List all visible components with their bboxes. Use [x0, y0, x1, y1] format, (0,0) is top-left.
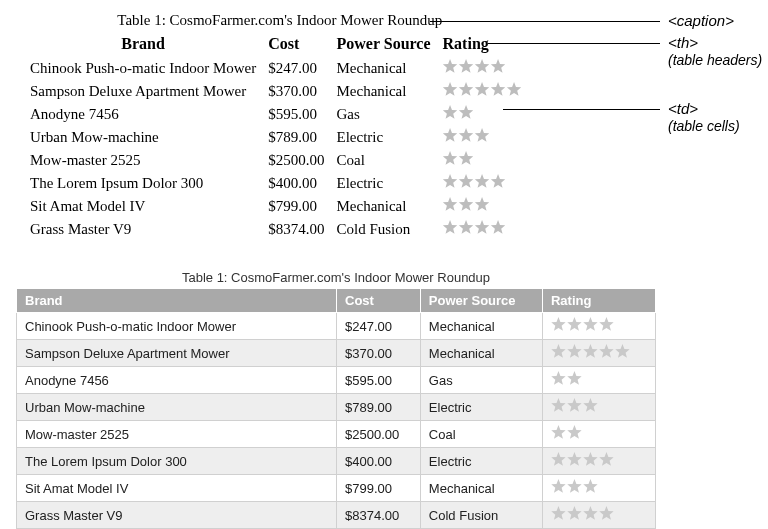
rating-stars: [551, 371, 582, 386]
cell-brand: The Lorem Ipsum Dolor 300: [28, 172, 266, 195]
cell-cost: $2500.00: [266, 149, 334, 172]
cell-brand: Anodyne 7456: [17, 367, 337, 394]
cell-cost: $8374.00: [266, 218, 334, 241]
table-row: Anodyne 7456$595.00Gas: [28, 103, 532, 126]
cell-cost: $400.00: [337, 448, 421, 475]
table-row: Sampson Deluxe Apartment Mower$370.00Mec…: [28, 80, 532, 103]
star-icon: [475, 59, 490, 74]
star-icon: [567, 344, 582, 359]
cell-power: Mechanical: [334, 57, 440, 80]
star-icon: [459, 105, 474, 120]
table-row: Chinook Push-o-matic Indoor Mower$247.00…: [17, 313, 656, 340]
cell-brand: Urban Mow-machine: [17, 394, 337, 421]
star-icon: [459, 197, 474, 212]
rating-stars: [443, 82, 522, 97]
cell-cost: $247.00: [337, 313, 421, 340]
styled-table: Table 1: CosmoFarmer.com's Indoor Mower …: [16, 267, 656, 529]
star-icon: [475, 128, 490, 143]
th-rating: Rating: [441, 33, 532, 57]
star-icon: [583, 452, 598, 467]
table-row: Urban Mow-machine$789.00Electric: [17, 394, 656, 421]
cell-rating: [441, 149, 532, 172]
cell-brand: Sampson Deluxe Apartment Mower: [17, 340, 337, 367]
table-row: The Lorem Ipsum Dolor 300$400.00Electric: [17, 448, 656, 475]
cell-brand: Mow-master 2525: [28, 149, 266, 172]
leader-td: [503, 109, 660, 110]
star-icon: [459, 220, 474, 235]
star-icon: [443, 105, 458, 120]
cell-cost: $370.00: [337, 340, 421, 367]
cell-power: Cold Fusion: [334, 218, 440, 241]
cell-cost: $247.00: [266, 57, 334, 80]
table-row: Anodyne 7456$595.00Gas: [17, 367, 656, 394]
cell-power: Electric: [334, 172, 440, 195]
rating-stars: [551, 398, 598, 413]
cell-rating: [441, 172, 532, 195]
cell-rating: [542, 502, 655, 529]
star-icon: [551, 425, 566, 440]
star-icon: [551, 479, 566, 494]
rating-stars: [443, 197, 490, 212]
star-icon: [459, 82, 474, 97]
star-icon: [567, 398, 582, 413]
annot-td-sub: (table cells): [668, 118, 740, 134]
star-icon: [507, 82, 522, 97]
star-icon: [443, 220, 458, 235]
star-icon: [443, 82, 458, 97]
rating-stars: [551, 506, 614, 521]
cell-power: Gas: [334, 103, 440, 126]
cell-cost: $799.00: [337, 475, 421, 502]
annot-caption-text: <caption>: [668, 12, 734, 29]
annot-td-text: <td>: [668, 100, 698, 117]
star-icon: [583, 398, 598, 413]
leader-th: [488, 43, 660, 44]
rating-stars: [443, 128, 490, 143]
cell-brand: Sit Amat Model IV: [17, 475, 337, 502]
annot-th-sub: (table headers): [668, 52, 762, 68]
annot-th-text: <th>: [668, 34, 698, 51]
cell-cost: $370.00: [266, 80, 334, 103]
star-icon: [459, 59, 474, 74]
cell-rating: [542, 367, 655, 394]
cell-cost: $400.00: [266, 172, 334, 195]
cell-brand: Grass Master V9: [17, 502, 337, 529]
rating-stars: [443, 59, 506, 74]
th-brand: Brand: [28, 33, 266, 57]
leader-caption: [430, 21, 660, 22]
styled-th-brand: Brand: [17, 289, 337, 313]
star-icon: [443, 59, 458, 74]
star-icon: [551, 452, 566, 467]
cell-cost: $789.00: [266, 126, 334, 149]
star-icon: [551, 317, 566, 332]
cell-power: Coal: [334, 149, 440, 172]
cell-cost: $595.00: [337, 367, 421, 394]
cell-rating: [542, 340, 655, 367]
rating-stars: [551, 317, 614, 332]
table-row: The Lorem Ipsum Dolor 300$400.00Electric: [28, 172, 532, 195]
table-row: Grass Master V9$8374.00Cold Fusion: [17, 502, 656, 529]
star-icon: [599, 344, 614, 359]
cell-power: Mechanical: [420, 313, 542, 340]
star-icon: [583, 506, 598, 521]
plain-tbody: Chinook Push-o-matic Indoor Mower$247.00…: [28, 57, 532, 241]
cell-rating: [441, 57, 532, 80]
star-icon: [491, 174, 506, 189]
cell-brand: Anodyne 7456: [28, 103, 266, 126]
star-icon: [491, 82, 506, 97]
star-icon: [615, 344, 630, 359]
cell-brand: Chinook Push-o-matic Indoor Mower: [28, 57, 266, 80]
cell-cost: $799.00: [266, 195, 334, 218]
star-icon: [583, 344, 598, 359]
cell-power: Electric: [334, 126, 440, 149]
star-icon: [567, 506, 582, 521]
cell-rating: [542, 475, 655, 502]
rating-stars: [551, 344, 630, 359]
star-icon: [443, 151, 458, 166]
table-row: Mow-master 2525$2500.00Coal: [17, 421, 656, 448]
star-icon: [567, 371, 582, 386]
table-row: Mow-master 2525$2500.00Coal: [28, 149, 532, 172]
star-icon: [475, 220, 490, 235]
styled-th-cost: Cost: [337, 289, 421, 313]
rating-stars: [551, 479, 598, 494]
styled-th-power: Power Source: [420, 289, 542, 313]
